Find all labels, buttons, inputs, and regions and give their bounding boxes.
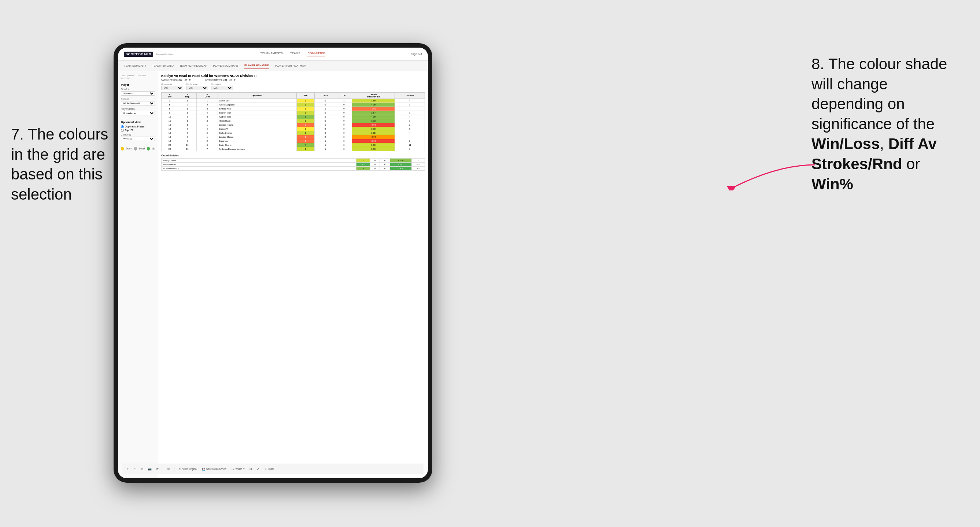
cell-tie: 0: [336, 127, 352, 131]
conference-filter-select[interactable]: (All): [186, 86, 208, 90]
data-area: Katelyn Vo Head-to-Head Grid for Women's…: [158, 71, 428, 478]
cell-opponent: Andrea York: [218, 115, 296, 119]
ood-table-row: NAIA Division 1 15 0 0 9.267 30: [162, 163, 425, 167]
cell-ood-rounds: 30: [411, 163, 425, 167]
colour-by-select[interactable]: Win/loss: [121, 137, 155, 141]
cell-conf: 7: [197, 147, 218, 151]
col-div: #Div: [162, 93, 178, 99]
redo-icon[interactable]: ↪: [133, 467, 138, 472]
nav-committee[interactable]: COMMITTEE: [307, 52, 325, 56]
table-row: 15 8 5 Stella Cheng 1 0 0 1.25 4: [162, 131, 425, 135]
sign-out[interactable]: Sign out: [411, 52, 422, 56]
cell-conf: 1: [197, 123, 218, 127]
cell-win: 1: [296, 111, 315, 115]
expand-icon[interactable]: ⤢: [256, 467, 261, 472]
view-original-btn[interactable]: 👁 View: Original: [177, 467, 199, 471]
opponents-filter-select[interactable]: (All): [161, 86, 183, 90]
view-original-label: View: Original: [183, 468, 197, 470]
cell-win: 2: [296, 127, 315, 131]
radio-top100[interactable]: Top 100: [121, 129, 155, 132]
grid-icon[interactable]: ⊞: [248, 467, 253, 472]
gender-select[interactable]: Women's: [121, 91, 155, 95]
cell-opponent: Esther Lee: [218, 99, 296, 103]
cell-div: 20: [162, 147, 178, 151]
cell-loss: 1: [315, 107, 336, 111]
cell-loss: 0: [315, 111, 336, 115]
division-label: Division: [121, 98, 155, 100]
sub-nav-team-h2h-grid[interactable]: TEAM H2H GRID: [152, 63, 173, 69]
player-rank-select[interactable]: 8. Katelyn Vo: [121, 111, 155, 115]
cell-conf: 2: [197, 139, 218, 143]
table-row: 5 2 2 Alexis Sudjianto 1 0 0 4.00 3: [162, 103, 425, 107]
legend-up-label: Up: [152, 147, 155, 150]
bottom-toolbar: ↩ ↪ ⇤ 📷 ⟳ ⏱ 👁 View: Original 💾 Save Cust…: [123, 464, 423, 474]
cell-diff: -1.00: [352, 107, 395, 111]
tablet-device: SCOREBOARD Powered by clippd TOURNAMENTS…: [114, 43, 432, 483]
col-win: Win: [296, 93, 315, 99]
cell-loss: 0: [315, 103, 336, 107]
cell-loss: 0: [315, 119, 336, 123]
undo-icon[interactable]: ↩: [125, 467, 130, 472]
step-back-icon[interactable]: ⇤: [140, 467, 145, 472]
sub-nav-team-summary[interactable]: TEAM SUMMARY: [124, 63, 146, 69]
cell-tie: 0: [336, 119, 352, 123]
watch-icon: 👀: [232, 468, 234, 471]
cell-ood-diff: 4.500: [390, 159, 411, 163]
cell-diff: -0.94: [352, 135, 395, 139]
cell-diff: 0.38: [352, 127, 395, 131]
cell-conf: 6: [197, 143, 218, 147]
sub-nav-player-summary[interactable]: PLAYER SUMMARY: [213, 63, 239, 69]
nav-tournaments[interactable]: TOURNAMENTS: [260, 52, 283, 56]
sub-nav-team-h2h-heatmap[interactable]: TEAM H2H HEATMAP: [180, 63, 207, 69]
conference-filter: Conference (All): [186, 83, 208, 90]
cell-diff: -5.00: [352, 139, 395, 143]
annotation-left: 7. The colours in the grid are based on …: [11, 124, 121, 204]
cell-reg: 11: [178, 147, 197, 151]
cell-ood-rounds: 2: [411, 159, 425, 163]
sub-nav-player-h2h-heatmap[interactable]: PLAYER H2H HEATMAP: [275, 63, 306, 69]
share-btn[interactable]: ↗ Share: [263, 467, 275, 471]
cell-div: 11: [162, 119, 178, 123]
division-select[interactable]: NCAA Division III: [121, 101, 155, 105]
nav-teams[interactable]: TEAMS: [290, 52, 301, 56]
cell-conf: 5: [197, 131, 218, 135]
cell-loss: 2: [315, 127, 336, 131]
conference-filter-label: Conference: [186, 83, 208, 85]
opponent-filter: Opponent (All): [211, 83, 233, 90]
col-rounds: Rounds: [395, 93, 425, 99]
toolbar-sep2: [174, 467, 174, 472]
table-row: 18 2 2 Euna Lee 0 1 0 -5.00 2: [162, 139, 425, 143]
cell-div: 20: [162, 143, 178, 147]
colour-legend: Down Level Up: [121, 147, 155, 151]
refresh-icon[interactable]: ⟳: [154, 467, 160, 472]
cell-tie: 1: [336, 99, 352, 103]
cell-conf: 3: [197, 107, 218, 111]
cell-ood-tie: 0: [380, 163, 390, 167]
sub-nav-player-h2h-grid[interactable]: PLAYER H2H GRID: [244, 62, 269, 69]
ood-table-row: Foreign Team 1 0 0 4.500 2: [162, 159, 425, 163]
cell-ood-tie: 0: [380, 159, 390, 163]
clock-icon[interactable]: ⏱: [166, 467, 171, 472]
save-custom-btn[interactable]: 💾 Save Custom View: [201, 467, 228, 471]
radio-opponents-played-input[interactable]: [121, 125, 124, 128]
opponent-filter-select[interactable]: (All): [211, 86, 233, 90]
save-custom-label: Save Custom View: [206, 468, 226, 470]
cell-div: 16: [162, 135, 178, 139]
watch-chevron: ▾: [243, 468, 245, 471]
cell-tie: 0: [336, 107, 352, 111]
cell-opponent: Sydney Kuo: [218, 107, 296, 111]
radio-top100-input[interactable]: [121, 129, 124, 132]
radio-opponents-played[interactable]: Opponents Played: [121, 125, 155, 128]
camera-icon[interactable]: 📷: [147, 467, 153, 472]
cell-reg: 2: [178, 135, 197, 139]
cell-win: 4: [296, 143, 315, 147]
out-of-division-table: Foreign Team 1 0 0 4.500 2 NAIA Division…: [161, 158, 425, 171]
cell-ood-diff: 9.267: [390, 163, 411, 167]
ood-table-row: NCAA Division 2 5 0 0 7.400 10: [162, 167, 425, 171]
cell-diff: 4.00: [352, 103, 395, 107]
annotation-or: or: [902, 155, 920, 173]
watch-btn[interactable]: 👀 Watch ▾: [230, 467, 246, 471]
table-row: 3 1 1 Esther Lee 1 0 1 1.50 4: [162, 99, 425, 103]
cell-loss: 1: [315, 143, 336, 147]
cell-reg: 1: [178, 111, 197, 115]
